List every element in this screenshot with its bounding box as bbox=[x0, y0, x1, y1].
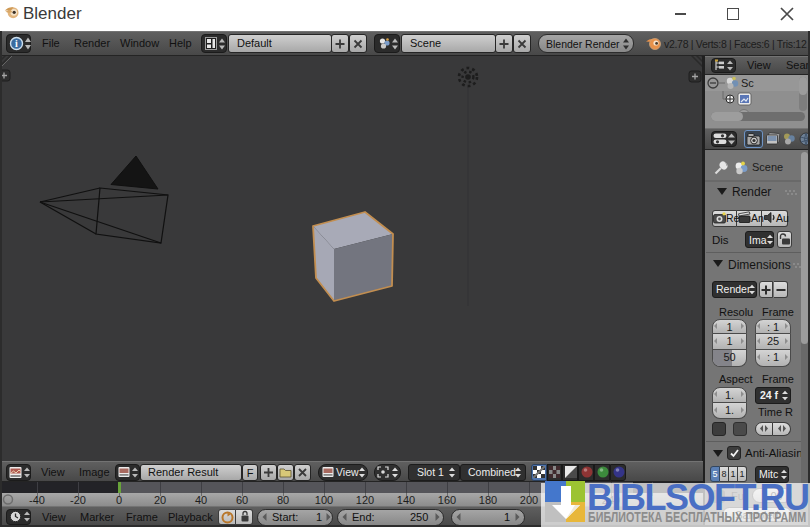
svg-text:Scene: Scene bbox=[752, 161, 783, 173]
svg-text:140: 140 bbox=[397, 494, 415, 506]
svg-text:100: 100 bbox=[315, 494, 333, 506]
svg-text:180: 180 bbox=[479, 494, 497, 506]
svg-text:-20: -20 bbox=[70, 494, 86, 506]
svg-text:i: i bbox=[15, 38, 18, 49]
svg-text:20: 20 bbox=[154, 494, 166, 506]
svg-text:Render: Render bbox=[732, 185, 771, 199]
svg-text:40: 40 bbox=[195, 494, 207, 506]
svg-text:80: 80 bbox=[277, 494, 289, 506]
svg-text:-40: -40 bbox=[29, 494, 45, 506]
svg-text:160: 160 bbox=[438, 494, 456, 506]
svg-text:Dimensions: Dimensions bbox=[728, 258, 791, 272]
svg-text:120: 120 bbox=[356, 494, 374, 506]
svg-text:0: 0 bbox=[116, 494, 122, 506]
svg-text:200: 200 bbox=[520, 494, 538, 506]
svg-text:60: 60 bbox=[236, 494, 248, 506]
svg-text:Sc: Sc bbox=[741, 77, 754, 89]
